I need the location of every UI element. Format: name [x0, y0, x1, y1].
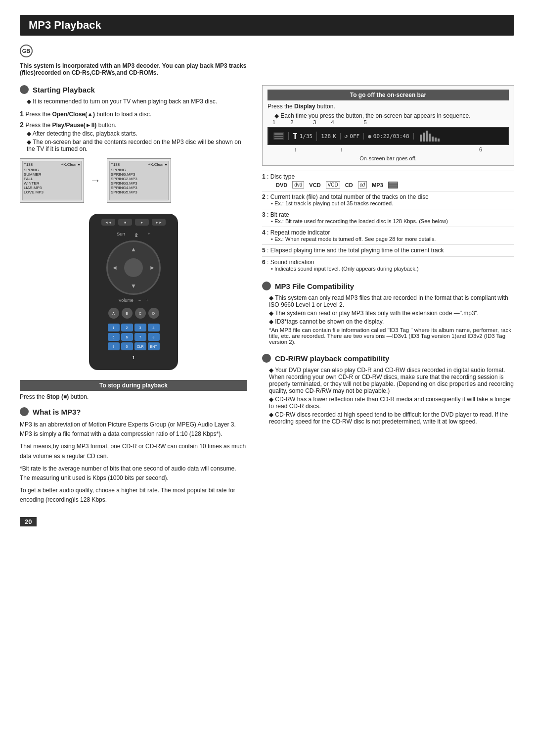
disc-vcd2: VCD — [326, 181, 340, 189]
remote-enter-btn — [124, 258, 143, 277]
onscreen-num-2: 2 — [290, 119, 293, 125]
display-item-1-label: Disc type — [270, 173, 295, 180]
step-2-num: 2 — [20, 121, 24, 129]
remote-color-buttons: A B C D — [108, 308, 159, 319]
what-is-mp3-icon — [20, 407, 29, 416]
remote-num-3: 3 — [134, 324, 146, 331]
display-item-5-label: Elapsed playing time and the total playi… — [270, 247, 444, 254]
section-icon — [20, 85, 29, 94]
remote-btn-a: A — [108, 308, 119, 319]
display-item-3-num: 3 — [262, 211, 266, 218]
what-is-mp3-p1: MP3 is an abbreviation of Motion Picture… — [20, 420, 247, 439]
starting-playback-heading: Starting Playback — [20, 85, 247, 94]
onscreen-num-5: 5 — [364, 119, 367, 125]
remote-numpad: 1 2 3 4 5 6 7 8 9 0 CLR ENT — [108, 324, 160, 350]
onscreen-num-4: 4 — [331, 119, 334, 125]
what-is-mp3-p2: That means,by using MP3 format, one CD-R… — [20, 442, 247, 461]
display-seg-4: ↺ OFF — [345, 133, 364, 140]
disc-types: DVD dvd VCD VCD CD cd MP3 — [276, 181, 514, 189]
mp3-compat-section: MP3 File Compatibility This system can o… — [262, 282, 514, 345]
remote-num-0: 0 — [121, 342, 133, 350]
display-item-4-sub: Ex.: When repeat mode is turned off. See… — [271, 236, 514, 242]
gb-badge: GB — [20, 45, 33, 57]
display-item-2-num: 2 — [262, 193, 266, 200]
remote-num-9: 9 — [108, 342, 120, 350]
remote-btn-b: B — [122, 308, 133, 319]
display-item-2-label: Current track (file) and total number of… — [270, 193, 428, 200]
remote-num-5: 5 — [108, 333, 120, 341]
cd-rw-compat-icon — [262, 354, 271, 363]
right-column: To go off the on-screen bar Press the Di… — [262, 85, 514, 505]
display-item-1: 1 : Disc type DVD dvd VCD VCD CD cd MP3 — [262, 171, 514, 189]
what-is-mp3-content: MP3 is an abbreviation of Motion Picture… — [20, 420, 247, 505]
display-item-3-sub: Ex.: Bit rate used for recording the loa… — [271, 218, 514, 224]
page-number: 20 — [20, 505, 514, 526]
display-item-4-label: Repeat mode indicator — [270, 229, 330, 236]
arrows-row: ↑ ↑ _ _ 6 — [272, 146, 504, 152]
remote-num-1: 1 — [108, 324, 120, 331]
mp3-compat-note: *An MP3 file can contain file informatio… — [269, 327, 514, 345]
cd-rw-bullet-1: Your DVD player can also play CD-R and C… — [269, 367, 514, 394]
step-2-text: Press the Play/Pause(►II) button. — [25, 122, 116, 129]
remote-btn-enter: ENT — [148, 342, 160, 350]
display-item-3: 3 : Bit rate Ex.: Bit rate used for reco… — [262, 209, 514, 224]
step-2-bullet-1: After detecting the disc, playback start… — [27, 130, 247, 137]
disc-vcd: VCD — [309, 182, 320, 188]
remote-btn-stop: ■ — [118, 219, 132, 226]
disc-mp3: MP3 — [372, 182, 383, 188]
starting-playback-tip: It is recommended to turn on your TV whe… — [27, 98, 247, 105]
remote-btn-d: D — [148, 308, 159, 319]
cd-rw-bullet-2: CD-RW has a lower reflection rate than C… — [269, 396, 514, 410]
onscreen-bar-tip: Each time you press the button, the on-s… — [274, 112, 509, 119]
what-is-mp3-p4: To get a better audio quality, choose a … — [20, 486, 247, 505]
onscreen-display: T 1/35 128 K ↺ OFF ● 00:22/03:48 — [267, 127, 509, 145]
display-item-2: 2 : Current track (file) and total numbe… — [262, 191, 514, 206]
disc-dvd2: dvd — [292, 181, 304, 189]
left-column: Starting Playback It is recommended to t… — [20, 85, 247, 505]
disc-cd2: cd — [358, 181, 367, 189]
svg-rect-2 — [274, 136, 283, 137]
page-title: MP3 Playback — [20, 15, 514, 36]
svg-rect-1 — [274, 133, 283, 135]
cd-rw-compat-heading: CD-R/RW playback compatibility — [262, 354, 514, 363]
display-item-6-sub: Indicates sound input level. (Only appea… — [271, 266, 514, 272]
step-2-bullet-2: The on-screen bar and the contents recor… — [27, 139, 247, 152]
display-seg-2: T 1/35 — [293, 132, 317, 141]
what-is-mp3-heading: What is MP3? — [20, 407, 247, 416]
disc-cd: CD — [345, 182, 353, 188]
mp3-compat-icon — [262, 282, 271, 290]
mp3-compat-bullet-3: ID3*tags cannot be shown on the display. — [269, 318, 514, 325]
cd-rw-compat-section: CD-R/RW playback compatibility Your DVD … — [262, 354, 514, 425]
intro-text: This system is incorporated with an MP3 … — [20, 62, 247, 76]
display-item-3-label: Bit rate — [270, 211, 289, 218]
onscreen-bar-section: To go off the on-screen bar Press the Di… — [262, 85, 514, 166]
remote-label-1: 1 — [132, 355, 134, 360]
arrow-right: → — [90, 174, 101, 187]
mp3-compat-bullet-1: This system can only read MP3 files that… — [269, 294, 514, 308]
remote-control: ◄◄ ■ ► ►► Surr 2 + ▲ ▼ ◄ ► — [89, 214, 178, 370]
display-item-6-num: 6 — [262, 259, 266, 266]
remote-btn-prev: ◄◄ — [101, 219, 115, 226]
display-item-5: 5 : Elapsed playing time and the total p… — [262, 244, 514, 254]
step-1-text: Press the Open/Close(▲) button to load a… — [25, 111, 151, 118]
remote-label-2: 2 — [135, 233, 137, 237]
step-2: 2 Press the Play/Pause(►II) button. Afte… — [20, 121, 247, 152]
onscreen-goes-off-label: On-screen bar goes off. — [267, 155, 509, 161]
onscreen-num-3: 3 — [313, 119, 316, 125]
display-item-6: 6 : Sound indication Indicates sound inp… — [262, 256, 514, 272]
remote-btn-next: ►► — [152, 219, 166, 226]
display-item-1-num: 1 — [262, 173, 266, 180]
remote-num-8: 8 — [148, 333, 160, 341]
display-seg-3: 128 K — [321, 133, 341, 140]
screen-mock-1: T138+K.Clear ● SPRING SUMMER FALL WINTER… — [20, 158, 84, 203]
svg-rect-6 — [389, 185, 398, 186]
stop-bar-label: To stop during playback — [20, 380, 247, 391]
mp3-compat-heading: MP3 File Compatibility — [262, 282, 514, 290]
remote-btn-play: ► — [135, 219, 149, 226]
remote-num-6: 6 — [121, 333, 133, 341]
svg-rect-3 — [274, 138, 283, 139]
svg-rect-7 — [389, 187, 398, 188]
remote-btn-clear: CLR — [134, 342, 146, 350]
step-1: 1 Press the Open/Close(▲) button to load… — [20, 110, 247, 118]
onscreen-bar-heading: To go off the on-screen bar — [267, 90, 509, 100]
